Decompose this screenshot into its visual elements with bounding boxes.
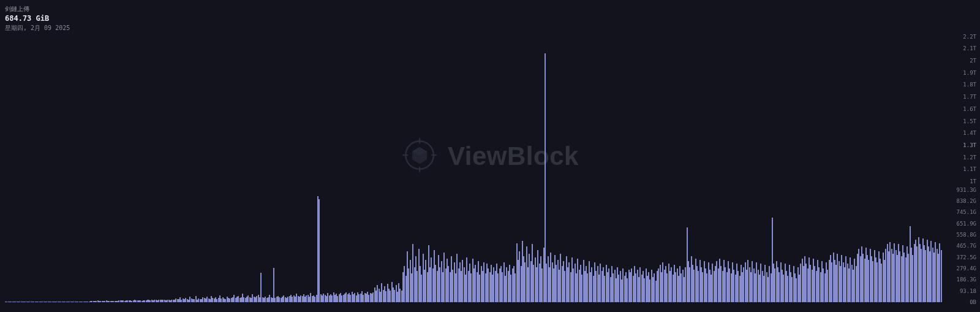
- chart-y-axis: 2.2T2.1T2T1.9T1.8T1.7T1.6T1.5T1.3T1.4T1.…: [944, 25, 980, 302]
- y-axis-tick: 1.7T: [963, 94, 976, 100]
- y-axis-tick: 1.1T: [963, 166, 976, 172]
- y-axis-tick: 465.7G: [956, 243, 976, 249]
- y-axis-tick: 2.2T: [963, 34, 976, 40]
- chart-plot-area[interactable]: [5, 25, 942, 302]
- y-axis-tick: 1.4T: [963, 130, 976, 136]
- y-axis-tick: 838.2G: [956, 198, 976, 204]
- y-axis-tick: 1.6T: [963, 106, 976, 112]
- y-axis-tick: 186.3G: [956, 276, 976, 283]
- y-axis-tick: 1.5T: [963, 118, 976, 124]
- y-axis-tick: 93.18: [960, 288, 976, 294]
- y-axis-tick: 279.4G: [956, 265, 976, 272]
- y-axis-tick: 651.9G: [956, 221, 976, 227]
- chart-bar: [941, 250, 942, 302]
- y-axis-tick: 931.3G: [956, 187, 976, 193]
- y-axis-tick: 1.8T: [963, 82, 976, 88]
- y-axis-tick: 1.2T: [963, 154, 976, 161]
- y-axis-tick: 2T: [970, 58, 976, 64]
- chart-bar: [318, 199, 320, 302]
- y-axis-tick: 1.3T: [963, 142, 976, 148]
- y-axis-tick: 1.9T: [963, 70, 976, 76]
- y-axis-tick: 0B: [970, 299, 976, 305]
- y-axis-tick: 558.8G: [956, 232, 976, 238]
- y-axis-tick: 2.1T: [963, 45, 976, 51]
- y-axis-tick: 1T: [970, 178, 976, 185]
- y-axis-tick: 745.1G: [956, 209, 976, 215]
- y-axis-tick: 372.5G: [956, 254, 976, 261]
- upload-chart[interactable]: 2.2T2.1T2T1.9T1.8T1.7T1.6T1.5T1.3T1.4T1.…: [0, 0, 980, 312]
- chart-bars: [5, 25, 942, 302]
